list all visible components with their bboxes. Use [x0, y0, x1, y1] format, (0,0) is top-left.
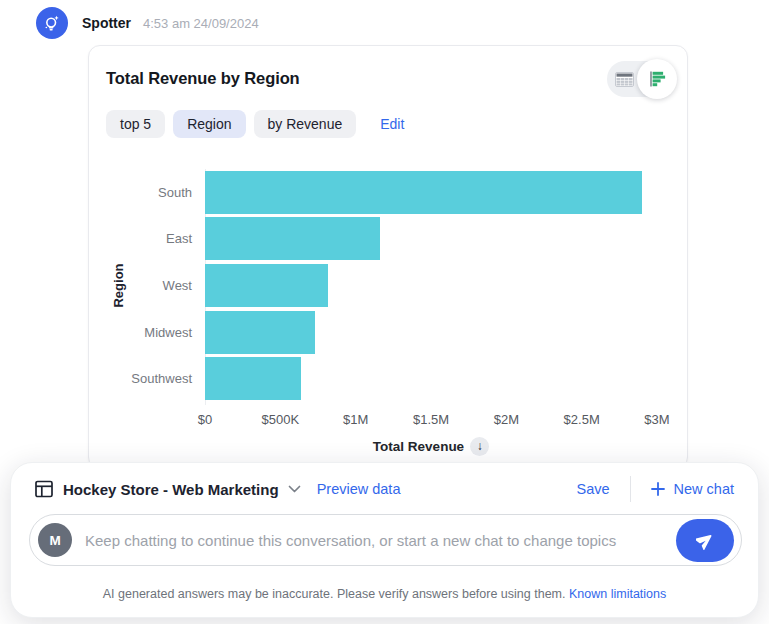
lightbulb-sparkle-icon — [42, 13, 62, 33]
bar-chart-view-icon — [647, 69, 667, 89]
actions-group: Save New chat — [576, 476, 734, 502]
edit-link[interactable]: Edit — [380, 116, 404, 132]
user-avatar: M — [38, 523, 72, 557]
x-tick-label: $500K — [262, 412, 300, 427]
message-header: Spotter 4:53 am 24/09/2024 — [36, 7, 259, 39]
bar-southwest[interactable] — [205, 357, 301, 400]
disclaimer-text: AI generated answers may be inaccurate. … — [103, 587, 566, 601]
bar-track — [205, 217, 657, 260]
bar-track — [205, 357, 657, 400]
worksheet-icon — [35, 480, 53, 498]
x-tick-label: $2M — [494, 412, 519, 427]
datasource-row: Hockey Store - Web Marketing Preview dat… — [35, 476, 734, 502]
bar-track — [205, 264, 657, 307]
chip-region[interactable]: Region — [173, 110, 245, 138]
new-chat-button[interactable]: New chat — [651, 481, 734, 497]
x-axis: $0$500K$1M$1.5M$2M$2.5M$3M — [205, 412, 657, 430]
sort-descending-icon[interactable]: ↓ — [470, 437, 489, 456]
send-button[interactable] — [676, 519, 734, 562]
x-axis-title-text: Total Revenue — [373, 439, 464, 454]
x-tick-label: $1.5M — [413, 412, 449, 427]
x-tick-label: $0 — [198, 412, 212, 427]
spotter-page: Spotter 4:53 am 24/09/2024 Total Revenue… — [0, 0, 769, 624]
plus-icon — [651, 482, 665, 496]
chart-row-midwest: Midwest — [106, 309, 657, 356]
chat-input-container: M — [29, 514, 742, 566]
message-timestamp: 4:53 am 24/09/2024 — [143, 16, 259, 31]
known-limitations-link[interactable]: Known limitations — [569, 587, 666, 601]
new-chat-label: New chat — [674, 481, 734, 497]
x-axis-title: Total Revenue ↓ — [205, 437, 657, 456]
spotter-avatar — [36, 7, 68, 39]
x-tick-label: $2.5M — [564, 412, 600, 427]
chart-rows: Region SouthEastWestMidwestSouthwest — [106, 169, 657, 402]
x-tick-label: $3M — [644, 412, 669, 427]
chart-row-southwest: Southwest — [106, 355, 657, 402]
bar-track — [205, 311, 657, 354]
bar-south[interactable] — [205, 171, 642, 214]
answer-card: Total Revenue by Region — [88, 45, 688, 469]
chart-row-south: South — [106, 169, 657, 216]
chip-by-revenue[interactable]: by Revenue — [254, 110, 357, 138]
vertical-divider — [630, 476, 631, 502]
preview-data-link[interactable]: Preview data — [317, 481, 401, 497]
chart-row-west: West — [106, 262, 657, 309]
chat-input[interactable] — [85, 532, 665, 549]
disclaimer: AI generated answers may be inaccurate. … — [11, 587, 758, 601]
table-view-icon — [615, 72, 634, 87]
save-button[interactable]: Save — [576, 481, 609, 497]
x-tick-label: $1M — [343, 412, 368, 427]
table-view-button[interactable] — [607, 61, 641, 97]
chart-title: Total Revenue by Region — [106, 69, 300, 88]
y-axis-title: Region — [110, 169, 126, 402]
bar-east[interactable] — [205, 217, 380, 260]
chips-row: top 5Regionby RevenueEdit — [106, 110, 404, 138]
spotter-name: Spotter — [82, 15, 131, 31]
chat-panel: Hockey Store - Web Marketing Preview dat… — [10, 462, 759, 618]
datasource-name[interactable]: Hockey Store - Web Marketing — [63, 481, 279, 498]
chart-row-east: East — [106, 216, 657, 263]
view-toggle — [607, 61, 675, 97]
bar-chart: Region SouthEastWestMidwestSouthwest $0$… — [106, 169, 657, 456]
send-icon — [696, 531, 715, 550]
chevron-down-icon[interactable] — [288, 485, 301, 493]
bar-track — [205, 171, 657, 214]
chip-top-5[interactable]: top 5 — [106, 110, 165, 138]
bar-west[interactable] — [205, 264, 328, 307]
bar-chart-view-button[interactable] — [637, 59, 677, 99]
bar-midwest[interactable] — [205, 311, 315, 354]
